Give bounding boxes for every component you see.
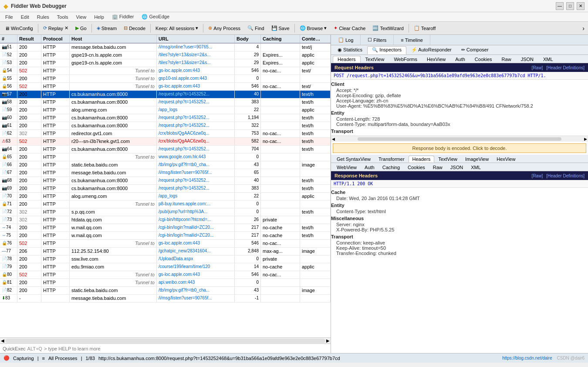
req-scroll-right[interactable]: ▶: [561, 137, 587, 141]
table-row[interactable]: 🔒56 502 HTTP Tunnel to gs-loc.apple.com:…: [0, 83, 331, 91]
table-row[interactable]: 📄59 200 HTTP alog.umeng.com /app_logs 22…: [0, 106, 331, 114]
table-row[interactable]: 🔒76 502 HTTP Tunnel to gs-loc.apple.com:…: [0, 240, 331, 248]
table-row[interactable]: ↔75 200 HTTP w.mail.qq.com /cgi-bin/logi…: [0, 232, 331, 240]
table-row[interactable]: 📄82 200 HTTP static.tieba.baidu.com /tb/…: [0, 287, 331, 295]
table-row[interactable]: 📄62 302 HTTP redirector.gvt1.com /crx/bl…: [0, 130, 331, 138]
menu-help[interactable]: Help: [91, 14, 108, 20]
capturing-label[interactable]: Capturing: [13, 356, 34, 361]
table-row[interactable]: 📄67 200 HTTP message.tieba.baidu.com /i/…: [0, 169, 331, 177]
table-row[interactable]: 📷60 200 HTTP cs.bukamanhua.com:8000 /req…: [0, 114, 331, 122]
req-tab-cookies[interactable]: Cookies: [470, 56, 497, 63]
req-tab-webforms[interactable]: WebForms: [389, 56, 422, 63]
table-row[interactable]: 🔒54 502 HTTP Tunnel to gs-loc.apple.com:…: [0, 67, 331, 75]
req-raw-link[interactable]: [Raw]: [532, 65, 543, 70]
close-button[interactable]: ✕: [577, 2, 585, 10]
scroll-left-icon[interactable]: ◀: [1, 338, 4, 343]
req-tab-hexview[interactable]: HexView: [422, 56, 450, 63]
table-row[interactable]: 📷64 200 HTTP cs.bukamanhua.com:8000 /req…: [0, 146, 331, 153]
col-content[interactable]: Conte…: [300, 35, 331, 43]
subtab-composer[interactable]: ✏ Composer: [456, 46, 493, 54]
resp-tab-imageview[interactable]: ImageView: [461, 156, 493, 163]
resp-tab-webview[interactable]: WebView: [333, 164, 361, 171]
table-row[interactable]: ⚠63 502 HTTP r20---sn-i3b7knek.gvt1.com …: [0, 138, 331, 146]
col-protocol[interactable]: Protocol: [41, 35, 70, 43]
find-button[interactable]: 🔍 Find: [244, 24, 267, 32]
req-tab-textview[interactable]: TextView: [361, 56, 389, 63]
menu-view[interactable]: View: [73, 14, 90, 20]
table-row[interactable]: 📷68 200 HTTP cs.bukamanhua.com:8000 /req…: [0, 177, 331, 185]
tab-filters[interactable]: ☐ Filters: [361, 35, 394, 45]
menu-tools[interactable]: Tools: [54, 14, 72, 20]
any-process-button[interactable]: ⊕ Any Process: [205, 24, 243, 32]
tab-timeline[interactable]: ≡ Timeline: [394, 35, 430, 45]
resp-tab-cookies[interactable]: Cookies: [404, 164, 429, 171]
req-tab-raw[interactable]: Raw: [497, 56, 516, 63]
table-row[interactable]: 📄72 302 HTTP s.p.qq.com /pub/jump?url=ht…: [0, 208, 331, 216]
resp-tab-xml[interactable]: XML: [467, 164, 485, 171]
table-row[interactable]: 📄79 200 HTTP edu.9miao.com /course/199/l…: [0, 263, 331, 271]
table-row[interactable]: 📄73 302 HTTP htdata.qq.com /cgi-bin/http…: [0, 216, 331, 224]
browse-button[interactable]: 🌐 Browse ▾: [297, 24, 330, 32]
resp-raw-link[interactable]: [Raw]: [532, 173, 543, 178]
horizontal-scrollbar-track[interactable]: [5, 339, 325, 343]
table-row[interactable]: 📷69 200 HTTP cs.bukamanhua.com:8000 /req…: [0, 185, 331, 193]
resp-tab-hexview[interactable]: HexView: [493, 156, 519, 163]
col-url[interactable]: URL: [157, 35, 235, 43]
resp-tab-auth[interactable]: Auth: [361, 164, 378, 171]
keep-sessions-button[interactable]: Keep: All sessions ▾: [152, 24, 201, 32]
table-row[interactable]: 🔒71 200 HTTP Tunnel to p8-buy.itunes.app…: [0, 200, 331, 208]
col-host[interactable]: Host: [70, 35, 157, 43]
req-defs-link[interactable]: [Header Definitions]: [546, 65, 585, 70]
table-row[interactable]: 📄78 200 HTTP ssw.live.com /UploadData.as…: [0, 255, 331, 263]
request-headers-content[interactable]: Client Accept: */* Accept-Encoding: gzip…: [331, 80, 588, 136]
table-row[interactable]: 📷57 200 HTTP cs.bukamanhua.com:8000 /req…: [0, 91, 331, 99]
resp-tab-json[interactable]: JSON: [446, 164, 467, 171]
decode-button[interactable]: ⊟ Decode: [121, 24, 149, 32]
toolbar-collapse-button[interactable]: ›: [581, 25, 586, 32]
subtab-inspectors[interactable]: 🔍 Inspectors: [367, 46, 406, 54]
table-row[interactable]: ⬇83 - message.tieba.baidu.com /i/msg/lis…: [0, 295, 331, 302]
status-right-link[interactable]: https://blog.csdn.net/daire: [502, 356, 552, 360]
col-result[interactable]: Result: [17, 35, 41, 43]
resp-tab-syntaxview[interactable]: Get SyntaxView: [333, 156, 375, 163]
all-processes-label[interactable]: All Processes: [48, 356, 78, 361]
resp-tab-headers[interactable]: Headers: [409, 156, 435, 163]
sessions-horizontal-scrollbar[interactable]: ◀ ▶: [0, 337, 331, 343]
table-row[interactable]: 🔒80 502 HTTP Tunnel to gs-loc.apple.com:…: [0, 271, 331, 279]
clear-cache-button[interactable]: ✦ Clear Cache: [331, 24, 368, 32]
text-wizard-button[interactable]: 🔤 TextWizard: [369, 24, 406, 32]
menu-fiddler[interactable]: 🏢 Fiddler: [108, 13, 138, 20]
menu-edit[interactable]: Edit: [17, 14, 33, 20]
replay-button[interactable]: ⟳ Replay ✕: [40, 24, 71, 32]
resp-defs-link[interactable]: [Header Definitions]: [546, 173, 585, 178]
table-row[interactable]: —77 206 HTTP 112.25.52.154:80 /gchatpic_…: [0, 248, 331, 255]
table-row[interactable]: 🔒65 200 HTTP Tunnel to www.google.com.hk…: [0, 153, 331, 161]
subtab-autoresponder[interactable]: ⚡ AutoResponder: [406, 46, 456, 54]
minimize-button[interactable]: —: [556, 2, 564, 10]
table-row[interactable]: 🔒55 200 HTTP Tunnel to gsp10-ssl.apple.c…: [0, 75, 331, 83]
stream-button[interactable]: ◈ Stream: [94, 24, 120, 32]
response-headers-content[interactable]: Cache Date: Wed, 20 Jan 2016 01:14:28 GM…: [331, 188, 588, 275]
table-row[interactable]: 🔒81 200 HTTP Tunnel to api.weibo.com:443…: [0, 279, 331, 287]
response-encoded-notice[interactable]: Response body is encoded. Click to decod…: [333, 143, 586, 153]
go-button[interactable]: ▶ Go: [72, 24, 90, 32]
col-body[interactable]: Body: [235, 35, 261, 43]
req-tab-json[interactable]: JSON: [516, 56, 538, 63]
req-scroll-track[interactable]: [358, 137, 562, 141]
resp-tab-textview[interactable]: TextView: [434, 156, 461, 163]
tearoff-button[interactable]: 📋 Tearoff: [411, 24, 439, 32]
table-row[interactable]: ↔74 200 HTTP w.mail.qq.com /cgi-bin/logi…: [0, 224, 331, 232]
quickexec-input[interactable]: [44, 346, 328, 351]
req-tab-headers[interactable]: Headers: [333, 56, 361, 63]
req-scroll-left[interactable]: ◀: [332, 137, 358, 141]
col-caching[interactable]: Caching: [261, 35, 300, 43]
menu-geoedge[interactable]: 🌐 GeoEdge: [138, 13, 173, 20]
sessions-list[interactable]: 📷51 200 HTTP message.tieba.baidu.com /i/…: [0, 44, 331, 337]
maximize-button[interactable]: □: [566, 2, 574, 10]
winconfig-button[interactable]: 🖥 WinConfig: [2, 24, 36, 32]
resp-tab-caching[interactable]: Caching: [378, 164, 404, 171]
tab-log[interactable]: 📋 Log: [331, 35, 361, 45]
subtab-statistics[interactable]: ◉ Statistics: [333, 46, 367, 54]
req-tab-auth[interactable]: Auth: [450, 56, 470, 63]
resp-tab-transformer[interactable]: Transformer: [375, 156, 409, 163]
